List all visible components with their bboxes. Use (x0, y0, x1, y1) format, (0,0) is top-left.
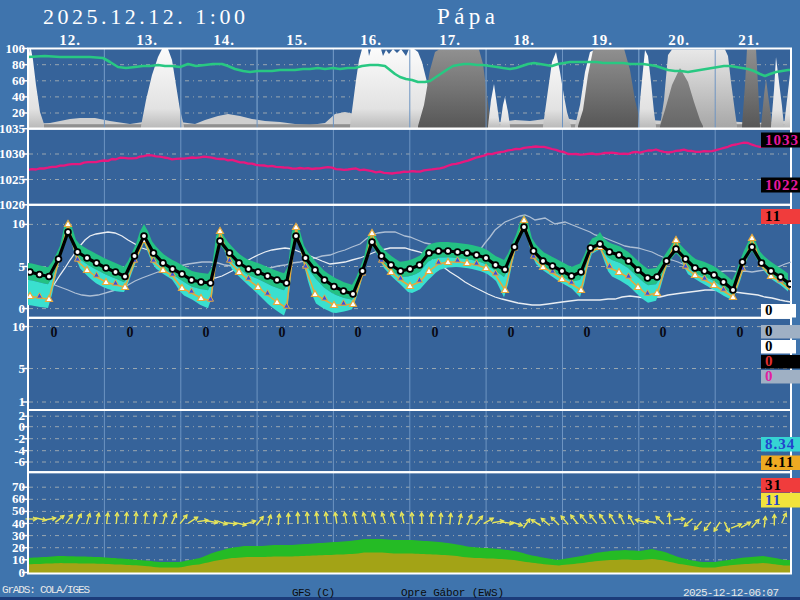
svg-text:12.: 12. (59, 32, 81, 48)
svg-text:19.: 19. (591, 32, 613, 48)
svg-text:2025-12-12-06:07: 2025-12-12-06:07 (683, 587, 779, 599)
svg-text:GrADS: COLA/IGES: GrADS: COLA/IGES (2, 584, 90, 596)
svg-text:16.: 16. (360, 32, 382, 48)
svg-text:0: 0 (765, 302, 774, 318)
svg-text:0: 0 (765, 338, 774, 354)
svg-text:GFS (C): GFS (C) (292, 587, 335, 599)
svg-text:17.: 17. (439, 32, 461, 48)
svg-text:18.: 18. (513, 32, 535, 48)
svg-text:11: 11 (765, 208, 781, 224)
svg-text:1025: 1025 (0, 172, 26, 187)
svg-text:1020: 1020 (0, 197, 25, 212)
svg-text:8.34: 8.34 (765, 436, 795, 452)
svg-text:0: 0 (584, 325, 591, 340)
svg-text:0: 0 (127, 325, 134, 340)
svg-text:20.: 20. (668, 32, 690, 48)
svg-text:14.: 14. (213, 32, 235, 48)
svg-text:0: 0 (765, 323, 774, 339)
svg-text:0: 0 (432, 325, 439, 340)
svg-text:31: 31 (765, 477, 782, 493)
svg-text:1022: 1022 (765, 177, 799, 193)
svg-text:0: 0 (355, 325, 362, 340)
svg-text:0: 0 (203, 325, 210, 340)
svg-text:Opre Gábor (EWS): Opre Gábor (EWS) (401, 587, 504, 599)
svg-text:13.: 13. (136, 32, 158, 48)
svg-text:0: 0 (51, 325, 58, 340)
svg-text:0: 0 (508, 325, 515, 340)
svg-text:1030: 1030 (0, 146, 25, 161)
svg-text:0: 0 (660, 325, 667, 340)
svg-text:1033: 1033 (765, 132, 799, 148)
svg-text:2025.12.12. 1:00: 2025.12.12. 1:00 (43, 4, 245, 29)
svg-text:0: 0 (765, 368, 774, 384)
svg-text:11: 11 (765, 492, 781, 508)
svg-text:4.11: 4.11 (765, 454, 794, 470)
svg-text:15.: 15. (286, 32, 308, 48)
svg-text:0: 0 (765, 353, 774, 369)
svg-text:0: 0 (279, 325, 286, 340)
svg-text:0: 0 (737, 325, 744, 340)
svg-text:21.: 21. (738, 32, 760, 48)
svg-text:1035: 1035 (0, 121, 26, 136)
